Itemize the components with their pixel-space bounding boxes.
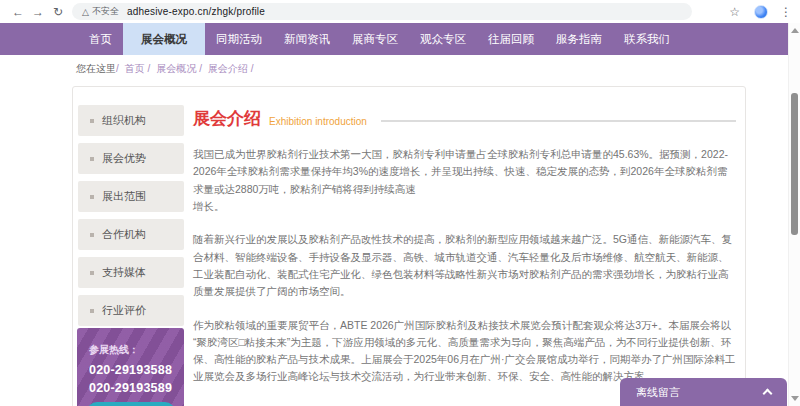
chrome-actions: ☆ ⋮ — [729, 5, 792, 19]
intro-paragraph: 作为胶粘领域的重要展贸平台，ABTE 2026广州国际胶粘剂及粘接技术展览会预计… — [193, 317, 736, 386]
page-subtitle: Exhibition introduction — [269, 116, 367, 127]
browser-chrome: ← → ↻ △ 不安全 adhesive-expo.cn/zhgk/profil… — [0, 0, 800, 23]
profile-avatar[interactable] — [754, 5, 768, 19]
nav-item-exhibition-overview[interactable]: 展会概况 — [123, 23, 205, 55]
breadcrumb-separator: / — [251, 63, 254, 74]
bullet-icon — [90, 309, 94, 313]
sidebar-item-label: 支持媒体 — [102, 265, 146, 280]
security-label: 不安全 — [92, 5, 119, 18]
breadcrumb-separator: / — [199, 63, 202, 74]
bookmark-star-icon[interactable]: ☆ — [729, 5, 740, 19]
chevron-up-icon — [763, 389, 773, 399]
offline-message-bar[interactable]: 离线留言 — [620, 378, 787, 406]
nav-item-home[interactable]: 首页 — [78, 23, 123, 55]
sidebar-item-label: 组织机构 — [102, 113, 146, 128]
page-title: 展会介绍 — [193, 107, 261, 130]
sidebar-item-organization[interactable]: 组织机构 — [78, 105, 184, 136]
page-scrollbar[interactable] — [788, 23, 800, 406]
security-chip[interactable]: △ 不安全 — [82, 5, 119, 18]
nav-item-service-guide[interactable]: 服务指南 — [545, 23, 613, 55]
hotline-button[interactable] — [87, 402, 175, 406]
sidebar-item-media[interactable]: 支持媒体 — [78, 257, 184, 288]
scrollbar-up-arrow-icon[interactable] — [791, 28, 799, 33]
bullet-icon — [90, 233, 94, 237]
sidebar-item-label: 展会优势 — [102, 151, 146, 166]
nav-item-past-review[interactable]: 往届回顾 — [477, 23, 545, 55]
scrollbar-thumb[interactable] — [791, 93, 798, 235]
hotline-card: 参展热线： 020-29193588 020-29193589 — [77, 328, 184, 406]
breadcrumb-separator: / — [148, 63, 151, 74]
sidebar-item-advantages[interactable]: 展会优势 — [78, 143, 184, 174]
sidebar-item-label: 行业评价 — [102, 303, 146, 318]
breadcrumb-link-profile[interactable]: 展会介绍 — [208, 63, 248, 74]
breadcrumb-prefix: 您在这里 — [76, 63, 116, 74]
section-header: 展会介绍 Exhibition introduction — [193, 107, 736, 130]
browser-menu-icon[interactable]: ⋮ — [780, 5, 792, 19]
url-bar[interactable]: △ 不安全 adhesive-expo.cn/zhgk/profile — [72, 3, 692, 20]
title-divider — [381, 120, 736, 122]
breadcrumb-link-overview[interactable]: 展会概况 — [156, 63, 196, 74]
url-text[interactable]: adhesive-expo.cn/zhgk/profile — [127, 6, 265, 17]
sidebar-item-label: 展出范围 — [102, 189, 146, 204]
back-icon[interactable]: ← — [8, 5, 28, 19]
main-content: 展会介绍 Exhibition introduction 我国已成为世界胶粘剂行… — [193, 107, 736, 386]
bullet-icon — [90, 157, 94, 161]
sidebar-item-partners[interactable]: 合作机构 — [78, 219, 184, 250]
hotline-phone: 020-29193589 — [89, 381, 184, 395]
forward-icon[interactable]: → — [28, 5, 48, 19]
reload-icon[interactable]: ↻ — [48, 5, 68, 19]
main-navbar: 首页 展会概况 同期活动 新闻资讯 展商专区 观众专区 往届回顾 服务指南 联系… — [0, 23, 788, 55]
bullet-icon — [90, 195, 94, 199]
nav-item-contact-us[interactable]: 联系我们 — [613, 23, 681, 55]
sidebar-item-industry-review[interactable]: 行业评价 — [78, 295, 184, 326]
hotline-phone: 020-29193588 — [89, 363, 184, 377]
offline-message-label: 离线留言 — [636, 385, 764, 400]
scrollbar-down-arrow-icon[interactable] — [791, 396, 799, 401]
sidebar-menu: 组织机构 展会优势 展出范围 合作机构 支持媒体 行业评价 — [78, 105, 184, 333]
intro-paragraph: 随着新兴行业的发展以及胶粘剂产品改性技术的提高，胶粘剂的新型应用领域越来越广泛。… — [193, 231, 736, 300]
breadcrumb-link-home[interactable]: 首页 — [125, 63, 145, 74]
sidebar-item-scope[interactable]: 展出范围 — [78, 181, 184, 212]
breadcrumb: 您在这里/ 首页/ 展会概况/ 展会介绍/ — [76, 62, 253, 76]
breadcrumb-separator: / — [116, 63, 119, 74]
warning-icon: △ — [82, 7, 89, 17]
sidebar-item-label: 合作机构 — [102, 227, 146, 242]
nav-item-news[interactable]: 新闻资讯 — [273, 23, 341, 55]
nav-item-visitor-zone[interactable]: 观众专区 — [409, 23, 477, 55]
bullet-icon — [90, 119, 94, 123]
bullet-icon — [90, 271, 94, 275]
nav-item-exhibitor-zone[interactable]: 展商专区 — [341, 23, 409, 55]
nav-item-concurrent-events[interactable]: 同期活动 — [205, 23, 273, 55]
hotline-title: 参展热线： — [89, 343, 184, 357]
intro-paragraph: 我国已成为世界胶粘剂行业技术第一大国，胶粘剂专利申请量占全球胶粘剂专利总申请量的… — [193, 146, 736, 215]
